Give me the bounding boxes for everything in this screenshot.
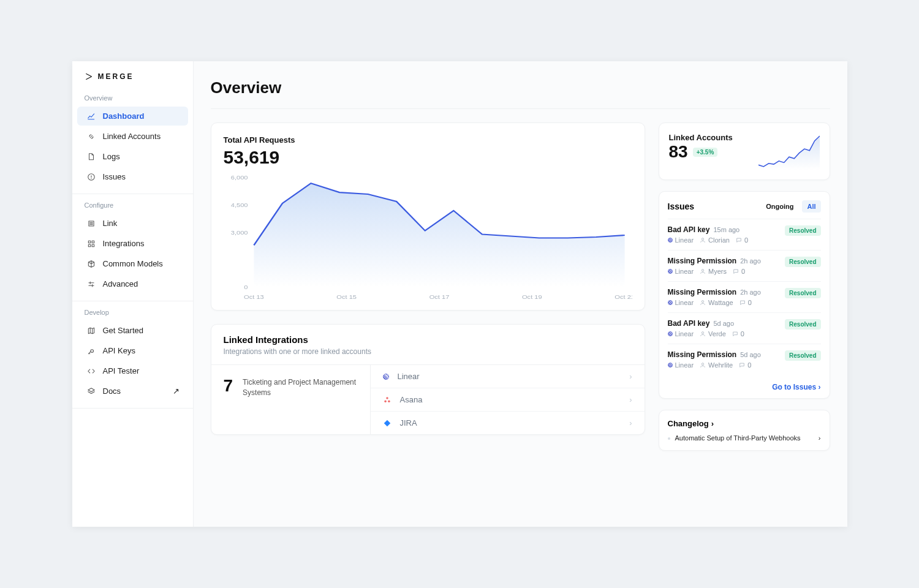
key-icon [87, 347, 96, 355]
svg-text:4,500: 4,500 [230, 202, 248, 208]
nav-logs[interactable]: Logs [77, 147, 188, 166]
nav-advanced[interactable]: Advanced [77, 274, 188, 293]
nav-linked-accounts[interactable]: Linked Accounts [77, 127, 188, 146]
changelog-title[interactable]: Changelog › [668, 419, 821, 428]
svg-text:Oct 21: Oct 21 [615, 293, 632, 300]
linked-accounts-title: Linked Accounts [669, 133, 733, 142]
linked-accounts-card: Linked Accounts 83 +3.5% [659, 123, 830, 180]
issue-time: 15m ago [713, 226, 739, 233]
issue-time: 2h ago [740, 257, 761, 265]
chevron-right-icon: › [819, 383, 821, 391]
linear-icon [383, 374, 389, 380]
issue-title: Bad API key [668, 319, 710, 328]
linked-integrations-card: Linked Integrations Integrations with on… [211, 324, 645, 435]
svg-text:3,000: 3,000 [230, 229, 248, 235]
issues-card: Issues Ongoing All Bad API key15m agoLin… [659, 191, 830, 399]
user-icon [700, 331, 706, 337]
linear-icon [668, 331, 673, 336]
go-to-issues-link[interactable]: Go to Issues › [772, 383, 820, 391]
nav-label: Docs [103, 386, 121, 396]
tab-all[interactable]: All [802, 200, 820, 213]
linked-integrations-title: Linked Integrations [211, 334, 645, 345]
nav-label: Link [103, 219, 118, 228]
cube-icon [87, 260, 96, 268]
alert-circle-icon [87, 173, 96, 181]
app-window: MERGE OverviewDashboardLinked AccountsLo… [72, 61, 847, 527]
issue-time: 5d ago [740, 351, 761, 358]
merge-logo-icon [85, 72, 93, 81]
nav-label: Common Models [103, 259, 163, 268]
integration-linear[interactable]: Linear› [371, 365, 645, 388]
chart-total: 53,619 [211, 145, 645, 174]
nav-integrations[interactable]: Integrations [77, 234, 188, 253]
section-label: Configure [72, 194, 193, 213]
integration-name: Linear [398, 372, 420, 381]
nav-label: Logs [103, 152, 120, 161]
linked-accounts-delta: +3.5% [693, 148, 718, 157]
svg-text:Oct 15: Oct 15 [336, 293, 357, 300]
issue-item[interactable]: Missing Permission5d agoLinearWehrlite0R… [668, 344, 821, 375]
issue-item[interactable]: Missing Permission2h agoLinearMyers0Reso… [668, 250, 821, 281]
nav-api-tester[interactable]: API Tester [77, 361, 188, 380]
issue-time: 5d ago [713, 320, 734, 327]
section-label: Overview [72, 87, 193, 105]
nav-get-started[interactable]: Get Started [77, 321, 188, 340]
chevron-right-icon: › [629, 395, 632, 404]
comment-icon [739, 300, 746, 306]
linear-icon [668, 363, 673, 368]
integration-count: 7 [224, 376, 233, 396]
nav-label: Dashboard [103, 111, 145, 121]
issue-title: Missing Permission [668, 257, 737, 265]
issue-item[interactable]: Bad API key15m agoLinearClorian0Resolved [668, 219, 821, 250]
file-icon [87, 153, 96, 161]
svg-point-9 [386, 397, 388, 399]
tab-ongoing[interactable]: Ongoing [761, 200, 798, 213]
nav-label: API Keys [103, 346, 135, 355]
issues-title: Issues [668, 202, 695, 211]
integration-name: JIRA [400, 418, 417, 428]
list-icon [87, 219, 96, 228]
nav-api-keys[interactable]: API Keys [77, 341, 188, 360]
brand-text: MERGE [98, 72, 134, 81]
issue-title: Bad API key [668, 225, 710, 234]
jira-icon [383, 419, 391, 428]
user-icon [700, 362, 706, 368]
changelog-item[interactable]: Automatic Setup of Third-Party Webhooks› [668, 434, 821, 442]
link-icon [87, 132, 96, 141]
svg-point-15 [702, 332, 703, 334]
integration-jira[interactable]: JIRA› [371, 412, 645, 434]
nav-label: Linked Accounts [103, 132, 161, 141]
svg-point-10 [384, 400, 387, 402]
issue-item[interactable]: Bad API key5d agoLinearVerde0Resolved [668, 312, 821, 344]
sliders-icon [87, 280, 96, 288]
svg-text:Oct 19: Oct 19 [521, 293, 542, 300]
comment-icon [732, 331, 738, 337]
status-badge: Resolved [785, 225, 820, 236]
svg-point-13 [702, 270, 703, 271]
nav-link[interactable]: Link [77, 214, 188, 233]
svg-point-11 [388, 400, 390, 402]
changelog-card: Changelog › Automatic Setup of Third-Par… [659, 410, 830, 451]
code-icon [87, 367, 96, 375]
status-badge: Resolved [785, 350, 820, 361]
nav-label: API Tester [103, 366, 140, 375]
api-requests-card: Total API Requests 53,619 03,0004,5006,0… [211, 123, 645, 311]
integration-name: Asana [400, 395, 423, 404]
linear-icon [668, 269, 673, 274]
sidebar: MERGE OverviewDashboardLinked AccountsLo… [72, 61, 194, 527]
main-content: Overview Total API Requests 53,619 03,00… [194, 61, 847, 527]
chart-title: Total API Requests [211, 135, 645, 145]
nav-issues[interactable]: Issues [77, 167, 188, 186]
nav-dashboard[interactable]: Dashboard [77, 107, 188, 126]
nav-common-models[interactable]: Common Models [77, 254, 188, 273]
status-badge: Resolved [785, 319, 820, 330]
nav-docs[interactable]: Docs↗ [77, 382, 188, 401]
issue-item[interactable]: Missing Permission2h agoLinearWattage0Re… [668, 281, 821, 312]
comment-icon [736, 237, 742, 243]
nav-label: Integrations [103, 239, 145, 248]
nav-label: Advanced [103, 279, 138, 288]
chevron-right-icon: › [711, 419, 714, 428]
integration-asana[interactable]: Asana› [371, 388, 645, 412]
asana-icon [383, 396, 391, 404]
svg-point-16 [702, 363, 703, 365]
